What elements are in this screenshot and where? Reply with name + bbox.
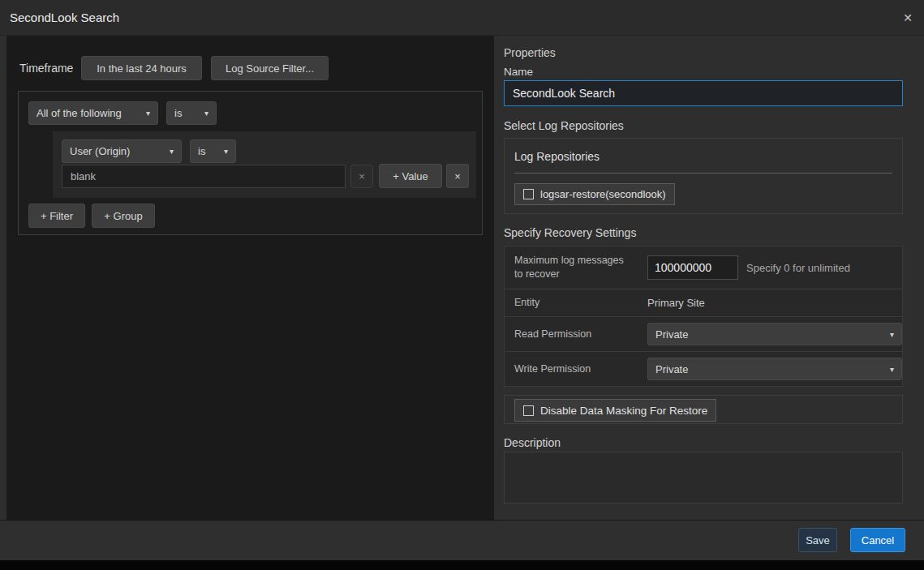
log-repository-checkbox-item[interactable]: logsar-restore(secondlook) xyxy=(514,183,675,205)
name-label: Name xyxy=(504,66,533,78)
dialog-titlebar: SecondLook Search ✕ xyxy=(0,0,924,36)
filter-field-dropdown[interactable]: User (Origin) ▾ xyxy=(62,139,182,163)
read-permission-dropdown[interactable]: Private ▾ xyxy=(647,323,902,345)
write-permission-dropdown[interactable]: Private ▾ xyxy=(647,358,902,380)
timeframe-button-label: In the last 24 hours xyxy=(97,62,187,75)
filter-comparator-dropdown[interactable]: is ▾ xyxy=(190,139,236,163)
read-permission-label: Read Permission xyxy=(505,328,644,341)
group-comparator-value: is xyxy=(174,107,182,119)
table-row-max-messages: Maximum log messages to recover Specify … xyxy=(505,246,902,289)
name-input[interactable] xyxy=(504,80,903,106)
remove-value-button[interactable]: × xyxy=(350,165,373,188)
add-group-button[interactable]: + Group xyxy=(92,204,155,228)
max-messages-label: Maximum log messages to recover xyxy=(505,254,634,281)
max-messages-input[interactable] xyxy=(647,255,738,280)
entity-label: Entity xyxy=(505,296,644,310)
add-filter-button[interactable]: + Filter xyxy=(28,204,85,228)
table-row-read-permission: Read Permission Private ▾ xyxy=(505,316,902,351)
select-log-repositories-label: Select Log Repositories xyxy=(504,119,624,132)
chevron-down-icon: ▾ xyxy=(170,147,174,156)
checkbox-icon[interactable] xyxy=(523,405,534,416)
properties-panel: Properties Name Select Log Repositories … xyxy=(494,36,924,520)
max-messages-hint: Specify 0 for unlimited xyxy=(746,262,850,274)
save-button-label: Save xyxy=(806,534,830,546)
divider xyxy=(514,173,892,174)
filter-group-box: All of the following ▾ is ▾ User (Origin… xyxy=(18,91,483,235)
log-source-filter-button[interactable]: Log Source Filter... xyxy=(211,56,329,80)
chevron-down-icon: ▾ xyxy=(204,109,208,118)
save-button[interactable]: Save xyxy=(798,528,837,552)
dialog-title: SecondLook Search xyxy=(0,11,119,24)
log-repositories-box: Log Repositories logsar-restore(secondlo… xyxy=(504,138,903,214)
properties-heading: Properties xyxy=(504,46,556,59)
add-filter-button-label: + Filter xyxy=(41,210,73,222)
recovery-settings-heading: Specify Recovery Settings xyxy=(504,226,636,239)
remove-filter-button[interactable]: × xyxy=(446,164,469,188)
timeframe-label: Timeframe xyxy=(19,56,73,80)
chevron-down-icon: ▾ xyxy=(146,109,150,118)
secondlook-search-dialog: SecondLook Search ✕ Timeframe In the las… xyxy=(0,0,924,560)
filter-comparator-value: is xyxy=(198,145,205,157)
description-textarea[interactable] xyxy=(504,452,903,504)
close-icon[interactable]: ✕ xyxy=(903,12,913,24)
disable-data-masking-label: Disable Data Masking For Restore xyxy=(540,405,707,417)
write-permission-value: Private xyxy=(655,363,688,375)
filter-rule-box: User (Origin) ▾ is ▾ × + Value xyxy=(53,131,476,198)
cancel-button-label: Cancel xyxy=(862,534,894,546)
entity-value: Primary Site xyxy=(647,297,705,309)
add-value-button-label: + Value xyxy=(393,170,428,182)
chevron-down-icon: ▾ xyxy=(890,330,894,339)
log-source-filter-button-label: Log Source Filter... xyxy=(226,62,314,75)
table-row-entity: Entity Primary Site xyxy=(505,289,902,316)
recovery-settings-table: Maximum log messages to recover Specify … xyxy=(504,246,903,387)
table-row-write-permission: Write Permission Private ▾ xyxy=(505,351,902,386)
add-group-button-label: + Group xyxy=(104,210,142,222)
group-operator-value: All of the following xyxy=(37,107,122,119)
disable-data-masking-checkbox-item[interactable]: Disable Data Masking For Restore xyxy=(514,399,716,422)
checkbox-icon[interactable] xyxy=(523,189,534,199)
screen: SecondLook Search ✕ Timeframe In the las… xyxy=(0,0,924,570)
data-masking-box: Disable Data Masking For Restore xyxy=(504,395,903,424)
chevron-down-icon: ▾ xyxy=(224,147,228,156)
filter-field-value: User (Origin) xyxy=(70,145,130,157)
chevron-down-icon: ▾ xyxy=(890,365,894,374)
add-value-button[interactable]: + Value xyxy=(379,164,442,188)
dialog-footer: Save Cancel xyxy=(0,520,924,560)
write-permission-label: Write Permission xyxy=(505,362,644,376)
remove-icon: × xyxy=(359,170,365,182)
timeframe-button[interactable]: In the last 24 hours xyxy=(81,56,202,80)
filter-value-input[interactable] xyxy=(62,165,346,188)
max-messages-field-wrap: Specify 0 for unlimited xyxy=(647,255,850,280)
cancel-button[interactable]: Cancel xyxy=(850,528,905,552)
group-operator-dropdown[interactable]: All of the following ▾ xyxy=(28,101,158,125)
remove-icon: × xyxy=(454,170,461,182)
read-permission-value: Private xyxy=(655,328,688,341)
query-builder-panel: Timeframe In the last 24 hours Log Sourc… xyxy=(6,36,494,520)
group-comparator-dropdown[interactable]: is ▾ xyxy=(166,101,217,125)
log-repositories-header: Log Repositories xyxy=(514,150,600,163)
description-label: Description xyxy=(504,436,561,449)
log-repository-label: logsar-restore(secondlook) xyxy=(540,188,666,200)
